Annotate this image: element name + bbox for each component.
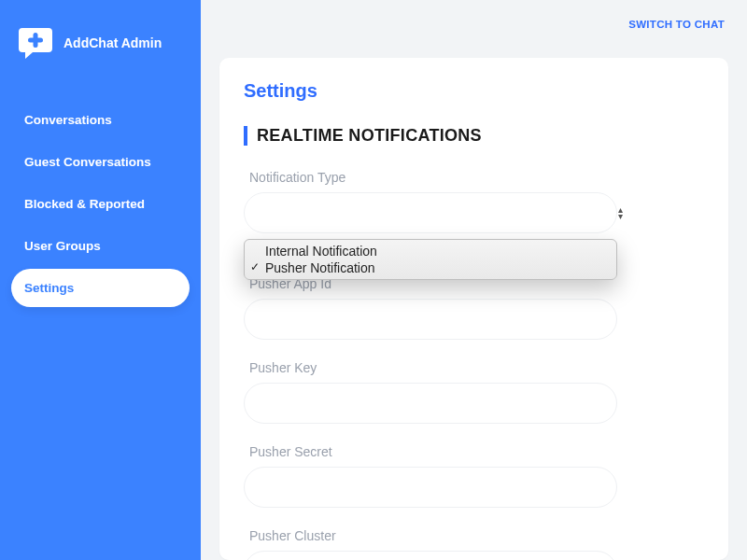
sidebar-item-label: User Groups [24, 239, 101, 253]
sidebar-item-user-groups[interactable]: User Groups [11, 227, 190, 265]
sidebar-item-guest-conversations[interactable]: Guest Conversations [11, 143, 190, 181]
field-pusher-cluster: Pusher Cluster [244, 528, 704, 560]
sidebar-item-settings[interactable]: Settings [11, 269, 190, 307]
brand: AddChat Admin [11, 19, 190, 82]
select-stepper-icon: ▴▾ [618, 206, 623, 219]
dropdown-option-pusher[interactable]: Pusher Notification [245, 259, 616, 276]
field-pusher-app-id: Pusher App Id [244, 276, 704, 340]
sidebar-item-label: Guest Conversations [24, 155, 151, 169]
select-display [244, 192, 617, 233]
field-label: Notification Type [244, 170, 704, 185]
content-wrap: Settings REALTIME NOTIFICATIONS Notifica… [201, 49, 747, 560]
main: SWITCH TO CHAT Settings REALTIME NOTIFIC… [201, 0, 747, 560]
field-notification-type: Notification Type ▴▾ [244, 170, 704, 233]
topbar: SWITCH TO CHAT [201, 0, 747, 49]
pusher-secret-input[interactable] [244, 467, 617, 508]
app-logo-icon [17, 24, 54, 62]
sidebar-item-label: Conversations [24, 113, 112, 127]
sidebar-item-blocked-reported[interactable]: Blocked & Reported [11, 185, 190, 223]
sidebar-nav: Conversations Guest Conversations Blocke… [11, 101, 190, 307]
field-label: Pusher Secret [244, 444, 704, 459]
pusher-app-id-input[interactable] [244, 299, 617, 340]
sidebar: AddChat Admin Conversations Guest Conver… [0, 0, 201, 560]
sidebar-item-label: Blocked & Reported [24, 197, 145, 211]
sidebar-item-conversations[interactable]: Conversations [11, 101, 190, 139]
sidebar-item-label: Settings [24, 281, 74, 295]
section-title: REALTIME NOTIFICATIONS [244, 126, 704, 146]
field-label: Pusher Cluster [244, 528, 704, 543]
pusher-cluster-input[interactable] [244, 551, 617, 560]
pusher-key-input[interactable] [244, 383, 617, 424]
field-pusher-secret: Pusher Secret [244, 444, 704, 508]
field-pusher-key: Pusher Key [244, 360, 704, 424]
notification-type-dropdown: Internal Notification Pusher Notificatio… [244, 239, 617, 280]
svg-rect-1 [28, 38, 43, 43]
brand-title: AddChat Admin [63, 35, 162, 50]
settings-card: Settings REALTIME NOTIFICATIONS Notifica… [219, 58, 728, 560]
switch-to-chat-link[interactable]: SWITCH TO CHAT [628, 19, 725, 30]
page-title: Settings [244, 80, 704, 102]
notification-type-select[interactable]: ▴▾ [244, 192, 617, 233]
dropdown-option-internal[interactable]: Internal Notification [245, 243, 616, 259]
field-label: Pusher Key [244, 360, 704, 375]
